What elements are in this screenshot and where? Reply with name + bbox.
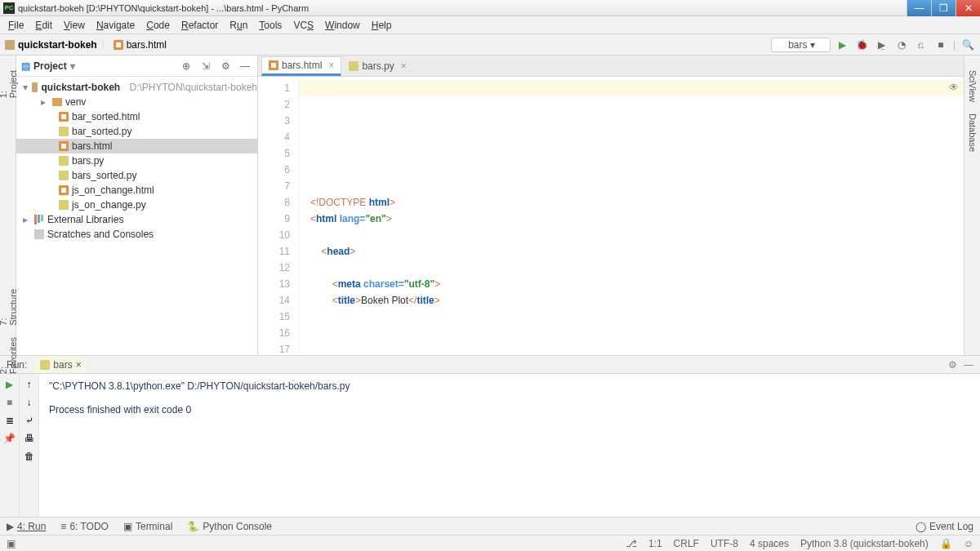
rerun-button[interactable]: ▶ (6, 379, 13, 390)
close-button[interactable]: ✕ (956, 0, 980, 16)
status-toggle-icon[interactable]: ▣ (7, 538, 16, 549)
tab-structure[interactable]: 7: Structure (0, 289, 18, 326)
project-panel-title[interactable]: ▤ Project ▾ (21, 60, 174, 72)
html-file-icon (269, 60, 278, 70)
profile-button[interactable]: ◔ (894, 38, 909, 52)
collapse-icon[interactable]: ⇲ (198, 59, 213, 73)
minimize-button[interactable]: — (906, 0, 931, 16)
tree-file[interactable]: bar_sorted.html (16, 109, 257, 124)
tree-file[interactable]: js_on_change.py (16, 198, 257, 212)
code-editor[interactable]: 1234567891011121314151617 <!DOCTYPE html… (258, 77, 964, 355)
lock-icon[interactable]: 🔒 (940, 538, 952, 549)
close-tab-icon[interactable]: × (401, 60, 407, 72)
tree-file[interactable]: bars.py (16, 153, 257, 168)
tab-python-console[interactable]: 🐍 Python Console (187, 521, 272, 532)
menu-vcs[interactable]: VCS (288, 18, 318, 33)
menu-window[interactable]: Window (320, 18, 365, 33)
tab-run[interactable]: ▶ 4: Run (7, 521, 46, 532)
toolbar: quickstart-bokeh 〉 bars.html bars ▾ ▶ 🐞 … (0, 34, 980, 56)
menubar: File Edit View Navigate Code Refactor Ru… (0, 16, 980, 34)
code-content[interactable]: <!DOCTYPE html> <html lang="en"> <head> … (310, 129, 964, 325)
indent[interactable]: 4 spaces (750, 538, 789, 549)
tree-file[interactable]: bar_sorted.py (16, 124, 257, 139)
stop-button[interactable]: ■ (7, 397, 12, 408)
python-file-icon (40, 360, 50, 370)
run-side-toolbar-2: ↑ ↓ ⤶ 🖶 🗑 (20, 374, 39, 517)
run-panel: Run: bars× ⚙ — ▶ ■ ≣ 📌 ↑ ↓ ⤶ 🖶 🗑 "C:\PYT… (0, 355, 980, 517)
pycharm-icon: PC (3, 2, 15, 14)
tab-terminal[interactable]: ▣ Terminal (123, 521, 172, 532)
folder-icon (52, 98, 62, 106)
menu-run[interactable]: Run (225, 18, 252, 33)
attach-button[interactable]: ⎌ (914, 38, 929, 52)
tree-file-selected[interactable]: bars.html (16, 139, 257, 153)
html-file-icon (114, 40, 123, 50)
close-tab-icon[interactable]: × (328, 60, 334, 71)
breadcrumb[interactable]: quickstart-bokeh 〉 bars.html (5, 38, 167, 51)
menu-file[interactable]: File (3, 18, 29, 33)
python-file-icon (349, 61, 359, 71)
tab-favorites[interactable]: 2: Favorites (0, 337, 18, 374)
tree-file[interactable]: bars_sorted.py (16, 168, 257, 183)
hide-panel-icon[interactable]: — (964, 359, 973, 371)
run-output[interactable]: "C:\PYTHON 3.8.1\python.exe" D:/PHYTON/q… (39, 374, 980, 517)
bottom-toolbar: ▶ 4: Run ≡ 6: TODO ▣ Terminal 🐍 Python C… (0, 517, 980, 535)
tab-todo[interactable]: ≡ 6: TODO (60, 521, 109, 532)
gear-icon[interactable]: ⚙ (948, 359, 957, 371)
menu-help[interactable]: Help (367, 18, 397, 33)
layout-icon[interactable]: ≣ (6, 415, 14, 426)
debug-button[interactable]: 🐞 (855, 38, 870, 52)
interpreter[interactable]: Python 3.8 (quickstart-bokeh) (800, 538, 929, 549)
html-file-icon (59, 112, 69, 122)
menu-code[interactable]: Code (141, 18, 175, 33)
tab-sciview[interactable]: SciView (968, 70, 978, 102)
gear-icon[interactable]: ⚙ (218, 59, 233, 73)
python-file-icon (59, 156, 69, 166)
encoding[interactable]: UTF-8 (710, 538, 738, 549)
pin-icon[interactable]: 📌 (3, 433, 16, 444)
event-log[interactable]: ◯ Event Log (915, 521, 973, 532)
git-icon[interactable]: ⎇ (626, 538, 637, 549)
editor-tab-bars-py[interactable]: bars.py× (341, 56, 413, 76)
python-file-icon (59, 127, 69, 136)
print-icon[interactable]: 🖶 (24, 433, 34, 444)
wrap-icon[interactable]: ⤶ (25, 415, 33, 426)
menu-tools[interactable]: Tools (254, 18, 287, 33)
tree-external-libraries[interactable]: ▸ External Libraries (16, 212, 257, 227)
project-panel: ▤ Project ▾ ⊕ ⇲ ⚙ — ▾ quickstart-bokeh D… (16, 56, 258, 355)
status-bar: ▣ ⎇ 1:1 CRLF UTF-8 4 spaces Python 3.8 (… (0, 535, 980, 551)
stop-button[interactable]: ■ (933, 38, 948, 52)
menu-view[interactable]: View (59, 18, 90, 33)
menu-refactor[interactable]: Refactor (176, 18, 223, 33)
trash-icon[interactable]: 🗑 (24, 451, 34, 462)
run-side-toolbar: ▶ ■ ≣ 📌 (0, 374, 20, 517)
up-icon[interactable]: ↑ (27, 379, 32, 390)
window-titlebar: PC quickstart-bokeh [D:\PHYTON\quickstar… (0, 0, 980, 16)
hector-icon[interactable]: ☺ (964, 538, 973, 549)
coverage-button[interactable]: ▶̤ (875, 38, 889, 52)
run-config-select[interactable]: bars ▾ (771, 38, 831, 52)
python-file-icon (59, 200, 69, 210)
run-button[interactable]: ▶ (835, 38, 850, 52)
tree-venv[interactable]: ▸ venv (16, 95, 257, 109)
project-tree[interactable]: ▾ quickstart-bokeh D:\PHYTON\quickstart-… (16, 77, 257, 355)
locate-icon[interactable]: ⊕ (179, 59, 194, 73)
menu-navigate[interactable]: Navigate (91, 18, 140, 33)
tab-database[interactable]: Database (968, 113, 978, 152)
tree-file[interactable]: js_on_change.html (16, 183, 257, 198)
hide-panel-icon[interactable]: — (238, 59, 252, 73)
editor-tab-bars-html[interactable]: bars.html× (261, 56, 341, 76)
run-tab[interactable]: bars× (35, 357, 86, 373)
down-icon[interactable]: ↓ (27, 397, 32, 408)
tree-root[interactable]: ▾ quickstart-bokeh D:\PHYTON\quickstart-… (16, 80, 257, 95)
search-everywhere-button[interactable]: 🔍 (960, 38, 975, 52)
tree-scratches[interactable]: Scratches and Consoles (16, 227, 257, 242)
tab-project[interactable]: 1: Project (0, 70, 18, 98)
inspection-eye-icon[interactable]: 👁 (949, 82, 959, 93)
maximize-button[interactable]: ❐ (931, 0, 956, 16)
close-tab-icon[interactable]: × (76, 359, 82, 371)
line-ending[interactable]: CRLF (674, 538, 699, 549)
menu-edit[interactable]: Edit (30, 18, 57, 33)
line-gutter: 1234567891011121314151617 (258, 77, 299, 355)
cursor-position[interactable]: 1:1 (648, 538, 662, 549)
